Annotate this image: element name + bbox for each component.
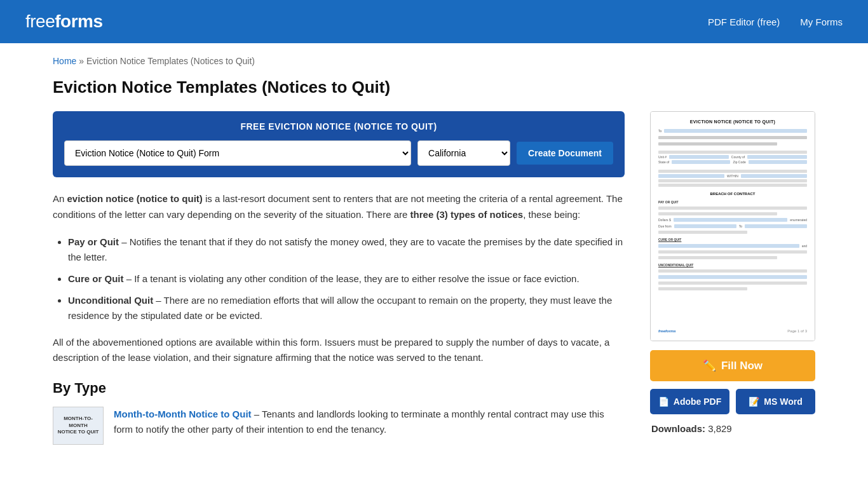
fill-now-button[interactable]: ✏️ Fill Now	[650, 350, 815, 381]
doc-row: To	[658, 129, 807, 133]
logo-forms: forms	[55, 11, 102, 31]
type-thumb-1: MONTH-TO-MONTHNOTICE TO QUIT	[53, 407, 104, 445]
header-nav: PDF Editor (free) My Forms	[708, 17, 843, 27]
doc-preview-inner: EVICTION NOTICE (NOTICE TO QUIT) To Unit…	[651, 112, 815, 341]
sidebar: EVICTION NOTICE (NOTICE TO QUIT) To Unit…	[650, 111, 815, 434]
form-type-select[interactable]: Eviction Notice (Notice to Quit) Form 30…	[64, 140, 411, 166]
header: freeforms PDF Editor (free) My Forms	[0, 0, 868, 43]
form-box-title: FREE EVICTION NOTICE (NOTICE TO QUIT)	[64, 121, 613, 132]
bullet-bold-3: Unconditional Quit	[68, 295, 153, 306]
breadcrumb-separator: »	[79, 56, 84, 66]
form-selector-row: Eviction Notice (Notice to Quit) Form 30…	[64, 140, 613, 166]
bullet-bold-1: Pay or Quit	[68, 236, 119, 247]
list-item: Unconditional Quit – There are no remedi…	[68, 293, 625, 323]
create-document-button[interactable]: Create Document	[517, 142, 613, 165]
intro-bold: eviction notice (notice to quit)	[67, 193, 203, 204]
notice-list: Pay or Quit – Notifies the tenant that i…	[68, 234, 625, 323]
logo[interactable]: freeforms	[25, 11, 103, 32]
downloads-number: 3,829	[708, 423, 732, 434]
doc-page-num: Page 1 of 3	[787, 324, 807, 333]
downloads-count: Downloads: 3,829	[650, 423, 815, 434]
doc-footer: freeforms Page 1 of 3	[658, 319, 807, 333]
intro-paragraph: An eviction notice (notice to quit) is a…	[53, 191, 625, 223]
state-select[interactable]: AlabamaAlaskaArizona ArkansasCaliforniaC…	[417, 140, 510, 166]
word-label: MS Word	[764, 396, 802, 407]
main-content: FREE EVICTION NOTICE (NOTICE TO QUIT) Ev…	[53, 111, 625, 452]
unconditional-quit-label: UNCONDITIONAL QUIT	[658, 263, 807, 267]
list-item: Cure or Quit – If a tenant is violating …	[68, 271, 625, 287]
page-container: Home » Eviction Notice Templates (Notice…	[27, 43, 841, 465]
outro-paragraph: All of the abovementioned options are av…	[53, 335, 625, 367]
pdf-label: Adobe PDF	[674, 396, 721, 407]
types-bold: three (3) types of notices	[410, 209, 524, 220]
pdf-icon: 📄	[658, 396, 669, 407]
page-title: Eviction Notice Templates (Notices to Qu…	[53, 78, 815, 97]
breadcrumb-home[interactable]: Home	[53, 56, 76, 66]
adobe-pdf-button[interactable]: 📄 Adobe PDF	[650, 389, 729, 414]
breach-section-title: BREACH OF CONTRACT	[658, 192, 807, 196]
bullet-bold-2: Cure or Quit	[68, 273, 124, 284]
word-icon: 📝	[749, 396, 759, 407]
type-item-1: MONTH-TO-MONTHNOTICE TO QUIT Month-to-Mo…	[53, 407, 625, 445]
bullet-text-1: – Notifies the tenant that if they do no…	[68, 236, 623, 262]
download-buttons: 📄 Adobe PDF 📝 MS Word	[650, 389, 815, 414]
logo-free: free	[25, 11, 55, 31]
cure-or-quit-label: CURE OR QUIT	[658, 238, 807, 241]
breadcrumb-current: Eviction Notice Templates (Notices to Qu…	[86, 56, 255, 66]
by-type-heading: By Type	[53, 380, 625, 396]
doc-preview: EVICTION NOTICE (NOTICE TO QUIT) To Unit…	[650, 111, 815, 341]
form-selector-box: FREE EVICTION NOTICE (NOTICE TO QUIT) Ev…	[53, 111, 625, 177]
breadcrumb: Home » Eviction Notice Templates (Notice…	[53, 56, 815, 66]
content-layout: FREE EVICTION NOTICE (NOTICE TO QUIT) Ev…	[53, 111, 815, 452]
bullet-text-2: – If a tenant is violating any other con…	[124, 273, 580, 284]
type-link-1[interactable]: Month-to-Month Notice to Quit	[114, 409, 252, 419]
list-item: Pay or Quit – Notifies the tenant that i…	[68, 234, 625, 265]
type-text-1: Month-to-Month Notice to Quit – Tenants …	[114, 407, 625, 437]
doc-brand: freeforms	[658, 324, 676, 333]
ms-word-button[interactable]: 📝 MS Word	[736, 389, 815, 414]
doc-preview-title: EVICTION NOTICE (NOTICE TO QUIT)	[658, 119, 807, 124]
pay-or-quit-label: PAY OR QUIT	[658, 200, 807, 204]
fill-now-icon: ✏️	[703, 359, 716, 372]
fill-now-label: Fill Now	[721, 360, 763, 372]
nav-pdf-editor[interactable]: PDF Editor (free)	[708, 17, 780, 27]
downloads-label: Downloads:	[651, 423, 705, 434]
nav-my-forms[interactable]: My Forms	[800, 17, 843, 27]
